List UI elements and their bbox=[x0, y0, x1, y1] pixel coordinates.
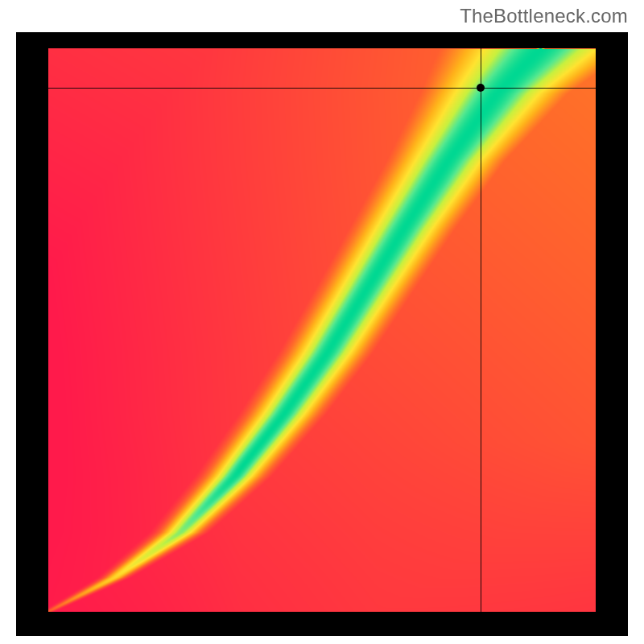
plot-area bbox=[48, 48, 596, 612]
chart-frame: TheBottleneck.com bbox=[0, 0, 644, 644]
crosshair-vertical bbox=[481, 48, 481, 612]
marker-dot bbox=[477, 84, 485, 92]
plot-border bbox=[16, 32, 628, 636]
heatmap-canvas bbox=[48, 48, 596, 612]
crosshair-horizontal bbox=[48, 88, 596, 89]
watermark-text: TheBottleneck.com bbox=[460, 5, 628, 27]
